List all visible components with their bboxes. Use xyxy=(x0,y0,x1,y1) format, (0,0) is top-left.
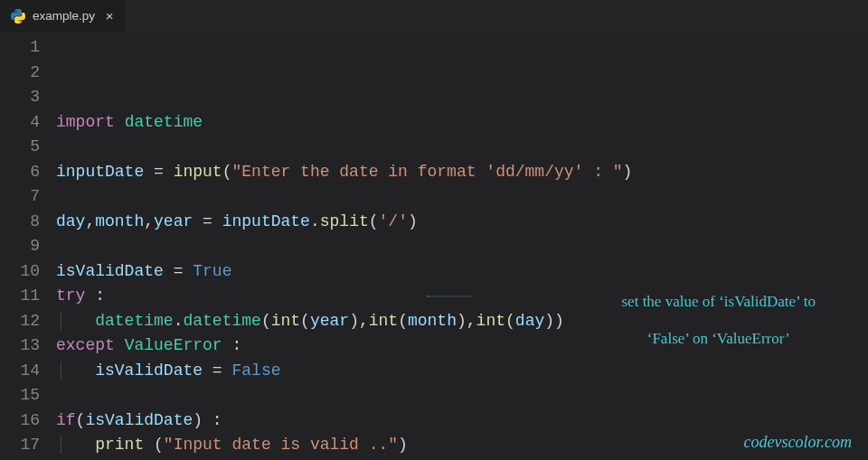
line-number: 10 xyxy=(0,259,40,285)
annotation-line-2: ‘False’ on ‘ValueError’ xyxy=(647,330,790,347)
close-icon[interactable]: × xyxy=(102,8,117,23)
line-number: 13 xyxy=(0,333,40,359)
code-editor[interactable]: 1234567891011121314151617 import datetim… xyxy=(0,33,868,460)
line-number-gutter: 1234567891011121314151617 xyxy=(0,33,56,460)
line-number: 5 xyxy=(0,135,40,160)
line-number: 11 xyxy=(0,284,40,309)
code-line[interactable]: inputDate = input("Enter the date in for… xyxy=(56,160,868,185)
code-line[interactable] xyxy=(56,184,868,210)
tab-bar: example.py × xyxy=(0,0,868,33)
line-number: 6 xyxy=(0,160,40,185)
watermark: codevscolor.com xyxy=(744,430,852,455)
tab-example-py[interactable]: example.py × xyxy=(0,0,127,32)
line-number: 4 xyxy=(0,110,40,136)
annotation-text: set the value of ‘isValidDate’ to ‘False… xyxy=(571,275,843,367)
python-file-icon xyxy=(11,9,25,23)
code-line[interactable] xyxy=(56,135,868,160)
code-line[interactable] xyxy=(56,234,868,259)
line-number: 17 xyxy=(0,433,40,458)
line-number: 3 xyxy=(0,85,40,110)
line-number: 16 xyxy=(0,408,40,434)
line-number: 8 xyxy=(0,210,40,235)
line-number: 7 xyxy=(0,184,40,210)
line-number: 9 xyxy=(0,234,40,259)
tab-filename: example.py xyxy=(33,9,95,23)
line-number: 2 xyxy=(0,61,40,86)
code-area[interactable]: import datetime inputDate = input("Enter… xyxy=(56,33,868,460)
code-line[interactable]: import datetime xyxy=(56,110,868,136)
code-line[interactable]: day,month,year = inputDate.split('/') xyxy=(56,210,868,235)
line-number: 14 xyxy=(0,359,40,384)
line-number: 15 xyxy=(0,383,40,408)
annotation-line-1: set the value of ‘isValidDate’ to xyxy=(622,293,816,310)
code-line[interactable] xyxy=(56,383,868,408)
line-number: 1 xyxy=(0,35,40,61)
line-number: 12 xyxy=(0,309,40,334)
